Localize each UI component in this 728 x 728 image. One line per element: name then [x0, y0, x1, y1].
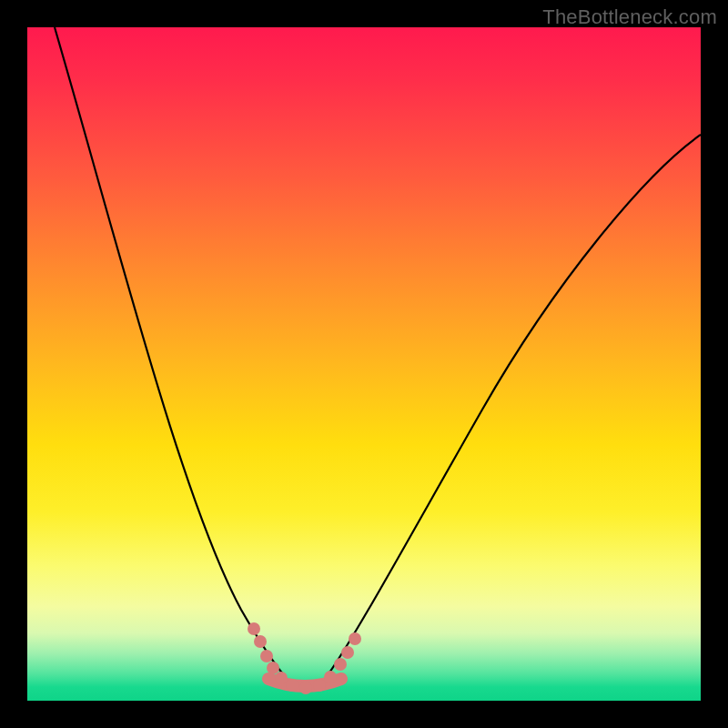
marker-dot — [349, 632, 361, 645]
chart-svg — [27, 27, 701, 701]
curve-group — [55, 27, 701, 686]
marker-dot — [286, 679, 298, 692]
marker-dot — [313, 679, 326, 692]
marker-dot — [334, 658, 347, 671]
watermark-text: TheBottleneck.com — [542, 5, 717, 29]
curve-left — [55, 27, 284, 675]
chart-frame: TheBottleneck.com — [0, 0, 728, 728]
curve-right — [328, 135, 701, 675]
chart-plot-area — [27, 27, 701, 701]
marker-dot — [299, 682, 312, 694]
marker-dot — [275, 672, 288, 684]
marker-dot — [341, 646, 354, 659]
marker-dot — [267, 662, 279, 674]
marker-dot — [260, 650, 273, 662]
marker-dot — [324, 671, 337, 683]
marker-dot — [254, 635, 267, 648]
marker-dot — [248, 622, 260, 635]
